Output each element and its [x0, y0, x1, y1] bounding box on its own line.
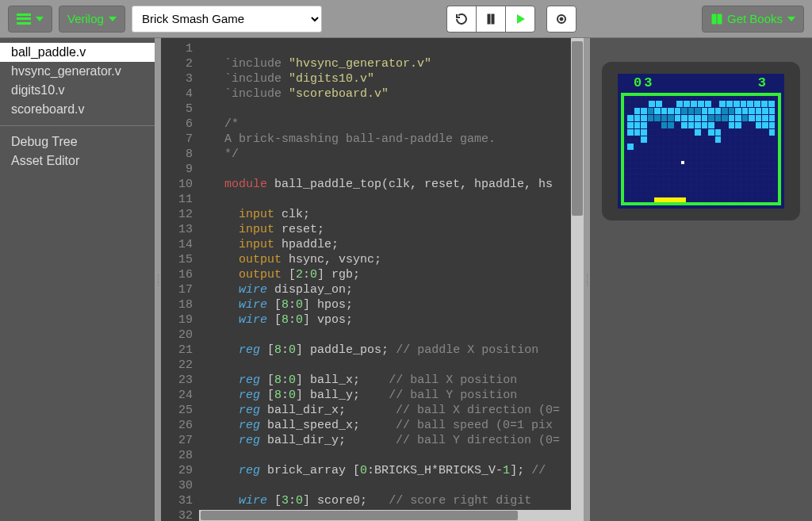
refresh-icon — [455, 13, 468, 25]
sidebar: ball_paddle.vhvsync_generator.vdigits10.… — [0, 38, 155, 521]
line-gutter: 1234567891011121314151617181920212223242… — [161, 38, 199, 521]
file-item[interactable]: digits10.v — [0, 81, 155, 100]
toolbar: Verilog Brick Smash Game Get Books — [0, 0, 812, 37]
play-icon — [514, 13, 527, 25]
score-display: 03 3 — [618, 75, 784, 91]
code-area[interactable]: `include "hvsync_generator.v"`include "d… — [199, 38, 571, 521]
get-books-label: Get Books — [727, 12, 783, 25]
pause-icon — [485, 13, 497, 25]
hamburger-icon — [17, 13, 31, 25]
project-select[interactable]: Brick Smash Game — [132, 6, 322, 33]
paddle — [654, 197, 686, 202]
svg-rect-1 — [492, 14, 494, 24]
sidebar-divider — [0, 125, 155, 126]
reset-button[interactable] — [446, 6, 476, 33]
sidebar-tool[interactable]: Asset Editor — [0, 151, 155, 170]
score-left: 03 — [634, 75, 654, 91]
chevron-down-icon — [36, 17, 44, 21]
chevron-down-icon — [787, 17, 795, 21]
file-list: ball_paddle.vhvsync_generator.vdigits10.… — [0, 43, 155, 119]
book-icon — [710, 13, 723, 25]
file-item[interactable]: hvsync_generator.v — [0, 62, 155, 81]
sidebar-tool[interactable]: Debug Tree — [0, 132, 155, 151]
file-item[interactable]: scoreboard.v — [0, 100, 155, 119]
record-button[interactable] — [546, 6, 576, 33]
pause-button[interactable] — [476, 6, 505, 33]
hamburger-menu-button[interactable] — [8, 6, 52, 33]
play-button[interactable] — [505, 6, 535, 33]
right-splitter[interactable]: ⋮⋮ — [584, 38, 590, 521]
code-editor[interactable]: 1234567891011121314151617181920212223242… — [161, 38, 584, 521]
svg-rect-0 — [488, 14, 490, 24]
run-controls — [446, 6, 535, 33]
get-books-button[interactable]: Get Books — [702, 6, 804, 33]
emulator-panel: 03 3 — [590, 38, 812, 521]
sidebar-splitter[interactable]: ⋮⋮ — [155, 38, 161, 521]
platform-dropdown[interactable]: Verilog — [59, 6, 125, 33]
file-item[interactable]: ball_paddle.v — [0, 43, 155, 62]
ball — [681, 161, 684, 164]
emulator-display[interactable]: 03 3 — [602, 62, 800, 220]
main-area: ball_paddle.vhvsync_generator.vdigits10.… — [0, 37, 812, 521]
tool-list: Debug TreeAsset Editor — [0, 132, 155, 170]
record-icon — [555, 13, 568, 25]
scrollbar-horizontal[interactable] — [199, 510, 571, 521]
platform-label: Verilog — [67, 12, 104, 25]
svg-point-3 — [560, 17, 563, 21]
chevron-down-icon — [109, 17, 117, 21]
emulator-screen: 03 3 — [618, 74, 784, 209]
score-right: 3 — [758, 75, 768, 91]
scrollbar-vertical[interactable] — [571, 38, 584, 521]
